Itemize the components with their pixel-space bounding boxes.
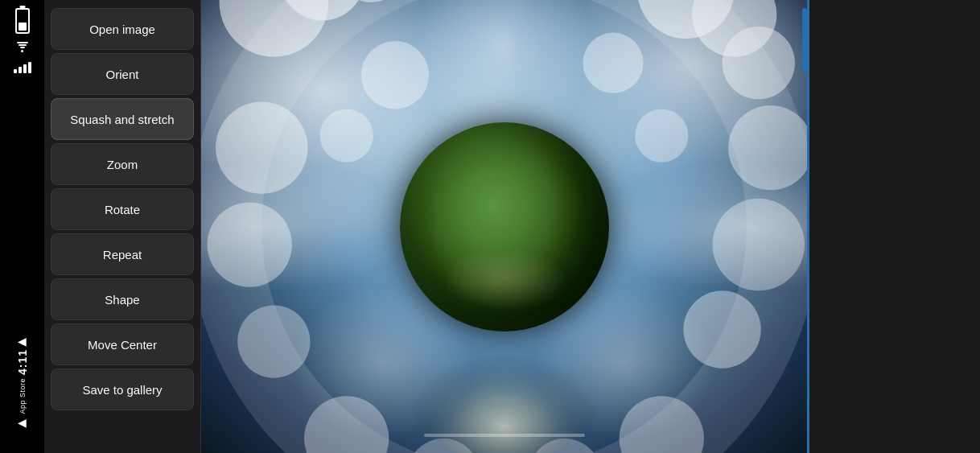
nav-arrow-top-icon[interactable]: ◀ <box>18 335 27 348</box>
planet-sphere <box>400 122 609 332</box>
right-panel-scrollbar[interactable] <box>802 8 807 72</box>
svg-point-9 <box>683 290 760 368</box>
right-panel <box>807 0 980 453</box>
menu-item-shape[interactable]: Shape <box>51 278 194 320</box>
wifi-icon <box>17 42 28 52</box>
svg-point-18 <box>583 33 643 93</box>
main-content: Open image Orient Squash and stretch Zoo… <box>44 0 980 453</box>
svg-point-21 <box>407 317 601 453</box>
menu-item-open-image[interactable]: Open image <box>51 8 194 50</box>
image-area <box>201 0 807 453</box>
battery-icon <box>15 8 30 34</box>
svg-point-6 <box>723 27 795 99</box>
svg-point-8 <box>713 199 805 290</box>
svg-point-11 <box>208 202 292 286</box>
menu-item-zoom[interactable]: Zoom <box>51 143 194 185</box>
menu-item-move-center[interactable]: Move Center <box>51 323 194 365</box>
menu-item-orient[interactable]: Orient <box>51 53 194 95</box>
menu-item-repeat[interactable]: Repeat <box>51 233 194 275</box>
menu-item-save-gallery[interactable]: Save to gallery <box>51 369 194 410</box>
status-time-area: ◀ 4:11 App Store ◀ <box>0 335 44 429</box>
app-store-label: App Store <box>19 378 27 414</box>
nav-arrow-bottom-icon[interactable]: ◀ <box>18 416 27 429</box>
time-display: 4:11 <box>16 349 29 375</box>
svg-point-10 <box>216 101 307 193</box>
scroll-indicator[interactable] <box>424 434 585 437</box>
menu-item-rotate[interactable]: Rotate <box>51 188 194 230</box>
svg-point-12 <box>237 305 310 377</box>
menu-panel: Open image Orient Squash and stretch Zoo… <box>44 0 201 453</box>
signal-bars <box>14 62 31 73</box>
svg-point-20 <box>320 109 373 162</box>
menu-item-squash-stretch[interactable]: Squash and stretch <box>51 98 194 140</box>
status-bar: ◀ 4:11 App Store ◀ <box>0 0 44 453</box>
svg-point-17 <box>361 41 429 109</box>
svg-point-19 <box>635 109 688 162</box>
planet-image <box>201 0 807 453</box>
